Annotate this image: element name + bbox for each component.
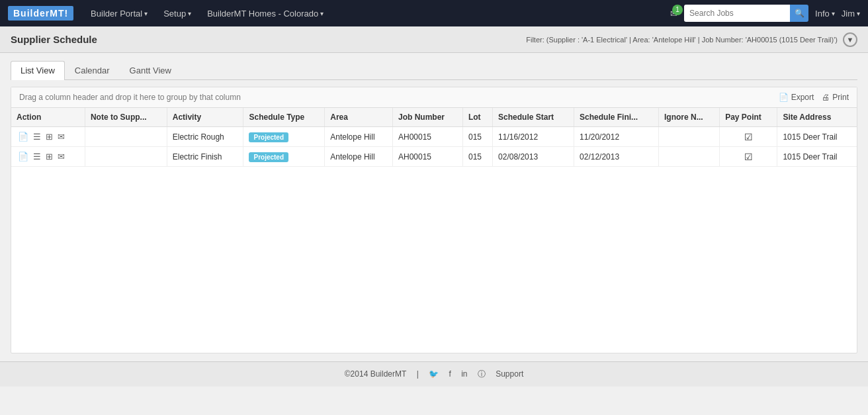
list-icon[interactable]: ☰ xyxy=(32,151,42,162)
app-logo: BuilderMT! xyxy=(8,6,73,21)
mail-badge: 1 xyxy=(672,5,683,15)
col-header-lot: Lot xyxy=(462,108,492,127)
cell-pay-point: ☑ xyxy=(720,147,777,167)
col-header-note: Note to Supp... xyxy=(85,108,167,127)
facebook-label: f xyxy=(449,369,451,379)
cell-action: 📄☰⊞✉ xyxy=(11,147,85,167)
print-button[interactable]: 🖨 Print xyxy=(822,93,849,102)
chevron-down-icon: ▾ xyxy=(144,10,148,17)
cell-area: Antelope Hill xyxy=(325,127,393,147)
nav-right-section: ✉ 1 🔍 Info ▾ Jim ▾ xyxy=(670,5,860,22)
list-icon[interactable]: ☰ xyxy=(32,131,42,142)
filter-row: Filter: (Supplier : 'A-1 Electrical' | A… xyxy=(526,32,857,47)
grid-icon[interactable]: ⊞ xyxy=(44,151,54,162)
table-row: 📄☰⊞✉Electric RoughProjectedAntelope Hill… xyxy=(11,127,857,147)
chevron-down-icon: ▾ xyxy=(832,10,835,17)
cell-note xyxy=(85,147,167,167)
twitter-icon: 🐦 xyxy=(429,369,439,379)
col-header-job-number: Job Number xyxy=(392,108,462,127)
table-scroll-area[interactable]: Action Note to Supp... Activity Schedule… xyxy=(11,108,857,353)
chevron-down-icon: ▾ xyxy=(320,10,324,17)
cell-site-address[interactable]: 1015 Deer Trail xyxy=(777,127,857,147)
cell-site-address[interactable]: 1015 Deer Trail xyxy=(777,147,857,167)
cell-lot: 015 xyxy=(462,147,492,167)
tab-list-view[interactable]: List View xyxy=(11,61,65,80)
nav-builder-homes[interactable]: BuilderMT Homes - Colorado ▾ xyxy=(202,9,329,19)
search-button[interactable]: 🔍 xyxy=(790,5,808,22)
document-icon[interactable]: 📄 xyxy=(17,131,30,142)
cell-lot: 015 xyxy=(462,127,492,147)
col-header-ignore-n: Ignore N... xyxy=(658,108,719,127)
cell-schedule-start: 02/08/2013 xyxy=(493,147,574,167)
tab-gantt-view[interactable]: Gantt View xyxy=(120,61,181,79)
cell-job-number[interactable]: AH00015 xyxy=(392,147,462,167)
table-row: 📄☰⊞✉Electric FinishProjectedAntelope Hil… xyxy=(11,147,857,167)
footer-separator: | xyxy=(417,369,421,379)
filter-text: Filter: (Supplier : 'A-1 Electrical' | A… xyxy=(526,36,838,44)
view-tabs: List View Calendar Gantt View xyxy=(11,61,857,80)
copyright-text: ©2014 BuilderMT xyxy=(345,369,407,379)
cell-action: 📄☰⊞✉ xyxy=(11,127,85,147)
projected-badge: Projected xyxy=(249,132,288,142)
mail-button[interactable]: ✉ 1 xyxy=(670,9,677,19)
cell-ignore-n xyxy=(658,127,719,147)
support-icon: ⓘ xyxy=(478,369,486,379)
col-header-schedule-finish: Schedule Fini... xyxy=(574,108,659,127)
page-title: Supplier Schedule xyxy=(11,34,97,45)
chevron-down-icon: ▾ xyxy=(857,10,860,17)
email-icon[interactable]: ✉ xyxy=(56,131,66,142)
cell-schedule-type: Projected xyxy=(243,127,325,147)
cell-schedule-finish: 11/20/2012 xyxy=(574,127,659,147)
col-header-schedule-type: Schedule Type xyxy=(243,108,325,127)
export-icon: 📄 xyxy=(779,93,789,102)
cell-activity: Electric Finish xyxy=(167,147,243,167)
chevron-down-icon: ▾ xyxy=(188,10,191,17)
cell-activity: Electric Rough xyxy=(167,127,243,147)
drag-hint-text: Drag a column header and drop it here to… xyxy=(19,93,241,102)
user-menu[interactable]: Jim ▾ xyxy=(842,9,860,19)
top-navigation: BuilderMT! Builder Portal ▾ Setup ▾ Buil… xyxy=(0,0,868,26)
search-section: 🔍 xyxy=(684,5,808,22)
email-icon[interactable]: ✉ xyxy=(56,151,66,162)
nav-builder-portal[interactable]: Builder Portal ▾ xyxy=(85,9,153,19)
print-icon: 🖨 xyxy=(822,93,830,102)
filter-button[interactable]: ▼ xyxy=(843,32,857,47)
col-header-schedule-start: Schedule Start xyxy=(493,108,574,127)
col-header-pay-point: Pay Point xyxy=(720,108,777,127)
cell-ignore-n xyxy=(658,147,719,167)
tab-calendar[interactable]: Calendar xyxy=(65,61,120,79)
support-link[interactable]: Support xyxy=(496,369,523,379)
cell-schedule-start: 11/16/2012 xyxy=(493,127,574,147)
cell-schedule-type: Projected xyxy=(243,147,325,167)
cell-note xyxy=(85,127,167,147)
info-menu[interactable]: Info ▾ xyxy=(815,9,835,19)
cell-job-number[interactable]: AH00015 xyxy=(392,127,462,147)
col-header-activity: Activity xyxy=(167,108,243,127)
table-header-row: Action Note to Supp... Activity Schedule… xyxy=(11,108,857,127)
linkedin-label: in xyxy=(461,369,467,379)
col-header-area: Area xyxy=(325,108,393,127)
col-header-site-address: Site Address xyxy=(777,108,857,127)
nav-setup[interactable]: Setup ▾ xyxy=(158,9,196,19)
main-content: List View Calendar Gantt View Drag a col… xyxy=(0,53,868,361)
cell-schedule-finish: 02/12/2013 xyxy=(574,147,659,167)
footer: ©2014 BuilderMT | 🐦 f in ⓘ Support xyxy=(0,361,868,387)
table-container: Drag a column header and drop it here to… xyxy=(11,87,857,353)
toolbar-actions: 📄 Export 🖨 Print xyxy=(779,93,849,102)
page-header: Supplier Schedule Filter: (Supplier : 'A… xyxy=(0,26,868,53)
grid-icon[interactable]: ⊞ xyxy=(44,131,54,142)
search-input[interactable] xyxy=(684,5,790,22)
projected-badge: Projected xyxy=(249,152,288,162)
cell-pay-point: ☑ xyxy=(720,127,777,147)
document-icon[interactable]: 📄 xyxy=(17,151,30,162)
col-header-action: Action xyxy=(11,108,85,127)
drag-hint-bar: Drag a column header and drop it here to… xyxy=(11,87,857,108)
export-button[interactable]: 📄 Export xyxy=(779,93,814,102)
schedule-table: Action Note to Supp... Activity Schedule… xyxy=(11,108,857,167)
cell-area: Antelope Hill xyxy=(325,147,393,167)
